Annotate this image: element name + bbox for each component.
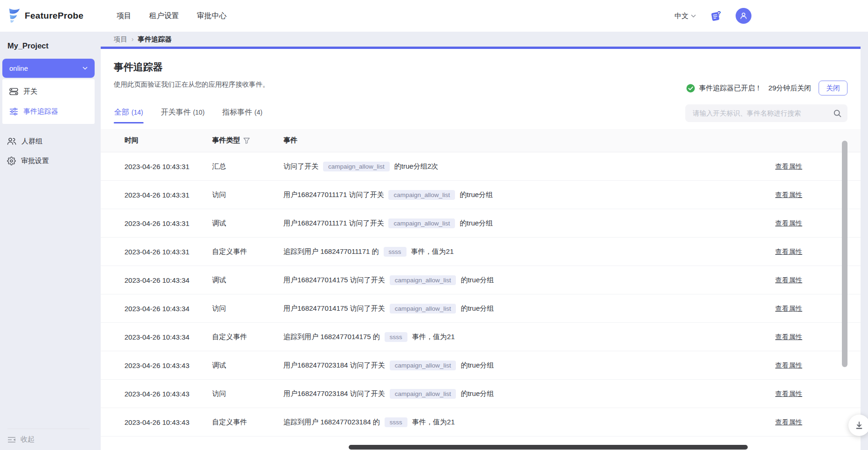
sidebar-item-segments[interactable]: 人群组 (0, 131, 97, 151)
toggle-key-chip: ssss (385, 332, 407, 342)
event-time: 2023-04-26 10:43:34 (124, 333, 212, 341)
sidebar-item-label: 事件追踪器 (23, 107, 58, 116)
event-text: 的true分组 (461, 389, 494, 398)
sidebar-item-label: 审批设置 (21, 157, 49, 165)
toggle-key-chip: ssss (385, 417, 407, 427)
page-title: 事件追踪器 (114, 61, 269, 74)
download-button[interactable] (848, 415, 868, 436)
nav-item-tenant-settings[interactable]: 租户设置 (149, 11, 179, 21)
main-nav: 项目 租户设置 审批中心 (117, 11, 227, 21)
event-description: 追踪到用户 1682477011171 的 ssss 事件，值为21 (283, 247, 723, 257)
sidebar-item-label: 开关 (23, 87, 37, 96)
event-text: 用户1682477011171 访问了开关 (283, 219, 384, 228)
horizontal-scrollbar-thumb[interactable] (349, 445, 748, 450)
event-time: 2023-04-26 10:43:31 (124, 248, 212, 256)
event-description: 用户1682477014175 访问了开关 campaign_allow_lis… (283, 304, 723, 314)
success-check-icon (686, 84, 695, 93)
sidebar-item-label: 人群组 (21, 137, 42, 146)
view-attributes-link[interactable]: 查看属性 (775, 390, 802, 397)
table-row: 2023-04-26 10:43:31 调试 用户1682477011171 访… (101, 209, 861, 238)
sidebar-collapse-button[interactable]: 收起 (7, 429, 90, 450)
view-attributes-link[interactable]: 查看属性 (775, 418, 802, 426)
featureprobe-logo-icon (7, 7, 21, 24)
view-attributes-link[interactable]: 查看属性 (775, 163, 802, 170)
tab-metric-events[interactable]: 指标事件 (4) (222, 103, 263, 123)
view-attributes-link[interactable]: 查看属性 (775, 276, 802, 284)
column-type: 事件类型 (212, 136, 283, 145)
toggles-icon (9, 87, 18, 96)
sidebar: My_Project online 开关 事件追踪器 (0, 32, 97, 450)
help-doc-icon[interactable]: ? (710, 10, 723, 22)
row-action: 查看属性 (723, 389, 802, 398)
table-row: 2023-04-26 10:43:31 自定义事件 追踪到用户 16824770… (101, 238, 861, 266)
vertical-scrollbar-thumb[interactable] (842, 141, 847, 367)
page-description: 使用此页面验证我们正在从您的应用程序接收事件。 (114, 80, 269, 89)
toggle-key-chip: campaign_allow_list (390, 361, 456, 370)
breadcrumb: 项目 › 事件追踪器 (114, 32, 172, 47)
event-description: 用户1682477011171 访问了开关 campaign_allow_lis… (283, 218, 723, 228)
view-attributes-link[interactable]: 查看属性 (775, 305, 802, 312)
view-attributes-link[interactable]: 查看属性 (775, 191, 802, 198)
environment-dropdown[interactable]: online (2, 59, 95, 78)
event-type: 访问 (212, 191, 283, 199)
nav-item-approval-center[interactable]: 审批中心 (197, 11, 227, 21)
tabs-row: 全部 (14) 开关事件 (10) 指标事件 (4) (101, 103, 861, 123)
language-label: 中文 (675, 12, 689, 20)
event-time: 2023-04-26 10:43:31 (124, 191, 212, 199)
tracker-close-button[interactable]: 关闭 (819, 81, 847, 95)
search-icon[interactable] (834, 109, 841, 117)
toggle-key-chip: campaign_allow_list (390, 389, 456, 399)
events-table: 时间 事件类型 事件 2023-04-26 10:43:31 汇总 访问了开关 … (101, 129, 861, 436)
event-type: 自定义事件 (212, 247, 283, 256)
event-time: 2023-04-26 10:43:34 (124, 276, 212, 284)
event-type: 自定义事件 (212, 418, 283, 427)
project-name: My_Project (7, 41, 90, 50)
event-text: 的true分组 (461, 276, 494, 285)
event-type: 访问 (212, 389, 283, 398)
filter-funnel-icon[interactable] (243, 137, 250, 144)
language-selector[interactable]: 中文 (675, 12, 696, 20)
toggle-key-chip: campaign_allow_list (390, 304, 456, 314)
event-text: 用户1682477023184 访问了开关 (283, 361, 385, 370)
event-time: 2023-04-26 10:43:31 (124, 219, 212, 227)
event-text: 用户1682477014175 访问了开关 (283, 304, 385, 313)
collapse-label: 收起 (21, 435, 34, 444)
view-attributes-link[interactable]: 查看属性 (775, 361, 802, 369)
table-row: 2023-04-26 10:43:43 调试 用户1682477023184 访… (101, 351, 861, 380)
nav-item-projects[interactable]: 项目 (117, 11, 131, 21)
event-type: 自定义事件 (212, 333, 283, 341)
svg-text:?: ? (717, 10, 721, 17)
event-type: 访问 (212, 304, 283, 313)
event-text: 追踪到用户 1682477014175 的 (283, 333, 380, 341)
sidebar-item-event-tracker[interactable]: 事件追踪器 (2, 102, 95, 122)
event-text: 用户1682477011171 访问了开关 (283, 191, 384, 199)
event-time: 2023-04-26 10:43:43 (124, 390, 212, 398)
event-time: 2023-04-26 10:43:31 (124, 163, 212, 170)
breadcrumb-current: 事件追踪器 (138, 35, 172, 44)
view-attributes-link[interactable]: 查看属性 (775, 248, 802, 255)
row-action: 查看属性 (723, 304, 802, 313)
row-action: 查看属性 (723, 162, 802, 171)
tab-toggle-events[interactable]: 开关事件 (10) (160, 103, 205, 123)
event-text: 访问了开关 (283, 162, 318, 171)
sidebar-item-toggles[interactable]: 开关 (2, 82, 95, 102)
view-attributes-link[interactable]: 查看属性 (775, 219, 802, 227)
event-text: 的true分组 (460, 219, 493, 228)
event-description: 用户1682477014175 访问了开关 campaign_allow_lis… (283, 275, 723, 285)
tab-label: 指标事件 (222, 108, 252, 117)
view-attributes-link[interactable]: 查看属性 (775, 333, 802, 341)
event-text: 追踪到用户 1682477011171 的 (283, 247, 379, 256)
brand-name: FeatureProbe (25, 11, 83, 21)
tab-label: 开关事件 (161, 108, 191, 117)
search-input[interactable] (693, 109, 834, 117)
search-box (685, 104, 847, 122)
brand-logo[interactable]: FeatureProbe (0, 7, 108, 24)
tab-all[interactable]: 全部 (14) (114, 103, 144, 123)
event-description: 用户1682477011171 访问了开关 campaign_allow_lis… (283, 190, 723, 200)
breadcrumb-parent[interactable]: 项目 (114, 35, 127, 44)
sidebar-item-approval-settings[interactable]: 审批设置 (0, 151, 97, 170)
tracker-status: 事件追踪器已开启！ 29分钟后关闭 关闭 (686, 81, 847, 95)
tab-count: (4) (255, 109, 262, 116)
event-type: 调试 (212, 276, 283, 285)
user-avatar-button[interactable] (736, 8, 751, 24)
